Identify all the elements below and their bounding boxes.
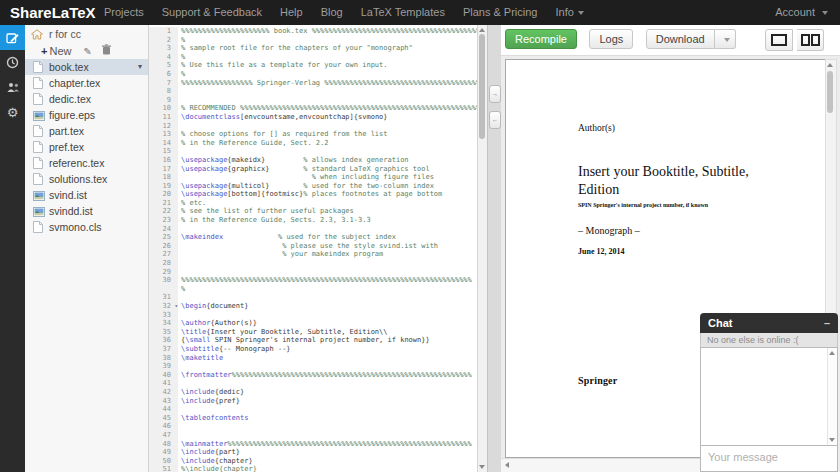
expand-right-button[interactable]: → <box>489 85 501 103</box>
nav-item-plans-pricing[interactable]: Plans & Pricing <box>454 0 547 25</box>
editor-scrollbar[interactable] <box>477 25 487 472</box>
download-button[interactable]: Download <box>646 29 715 49</box>
chat-header[interactable]: Chat – <box>700 313 838 333</box>
code-line[interactable]: 27 % your makeindex program <box>148 250 478 259</box>
code-line[interactable]: 7%%%%%%%%%%%%%%%%% Springer-Verlag %%%%%… <box>148 79 478 88</box>
code-line[interactable]: 44 <box>148 405 478 414</box>
scroll-up-arrow-icon[interactable] <box>827 63 833 67</box>
code-line[interactable]: 46 <box>148 422 478 431</box>
new-file-button[interactable]: +New <box>41 45 71 57</box>
code-line[interactable]: 10% RECOMMENDED %%%%%%%%%%%%%%%%%%%%%%%%… <box>148 104 478 113</box>
code-line[interactable]: 22% see the list of further useful packa… <box>148 207 478 216</box>
code-line[interactable]: 6% <box>148 70 478 79</box>
nav-item-latex-templates[interactable]: LaTeX Templates <box>352 0 454 25</box>
split-pane-view-button[interactable] <box>797 29 824 51</box>
code-line[interactable]: 35\title{Insert your Booktitle, Subtitle… <box>148 328 478 337</box>
code-line[interactable]: 36{\small SPIN Springer's internal proje… <box>148 336 478 345</box>
rail-edit-icon[interactable] <box>0 25 25 50</box>
chat-scrollbar[interactable] <box>827 348 837 445</box>
rail-collaborators-icon[interactable] <box>0 75 25 100</box>
code-line[interactable]: 1%%%%%%%%%%%%%%%%%%%%% book.tex %%%%%%%%… <box>148 27 478 36</box>
scroll-down-arrow-icon[interactable] <box>829 438 835 442</box>
code-line[interactable]: 4% <box>148 53 478 62</box>
rail-history-icon[interactable] <box>0 50 25 75</box>
editor-scrollbar-thumb[interactable] <box>479 34 485 139</box>
code-line[interactable]: 38\maketitle <box>148 354 478 363</box>
code-line[interactable]: 50\include{chapter} <box>148 457 478 466</box>
code-line[interactable]: 20\usepackage[bottom]{footmisc}% places … <box>148 190 478 199</box>
code-line[interactable]: 21% etc. <box>148 199 478 208</box>
download-dropdown-button[interactable] <box>715 29 736 49</box>
nav-item-blog[interactable]: Blog <box>312 0 352 25</box>
scroll-down-arrow-icon[interactable] <box>479 465 485 469</box>
scroll-up-arrow-icon[interactable] <box>829 351 835 355</box>
nav-item-support-feedback[interactable]: Support & Feedback <box>153 0 271 25</box>
file-item-pref-tex[interactable]: pref.tex <box>25 139 148 155</box>
code-line[interactable]: 32▾\begin{document} <box>148 302 478 311</box>
code-line[interactable]: 51%\include{chapter} <box>148 465 478 472</box>
recompile-button[interactable]: Recompile <box>505 29 577 49</box>
scroll-up-arrow-icon[interactable] <box>479 28 485 32</box>
code-line[interactable]: 49\include{part} <box>148 448 478 457</box>
nav-item-help[interactable]: Help <box>271 0 312 25</box>
file-item-svind-ist[interactable]: svind.ist <box>25 187 148 203</box>
code-line[interactable]: 30%%%%%%%%%%%%%%%%%%%%%%%%%%%%%%%%%%%%%%… <box>148 276 478 285</box>
code-line[interactable]: 8 <box>148 87 478 96</box>
code-line[interactable]: 41 <box>148 379 478 388</box>
rename-icon[interactable]: ✎ <box>83 46 91 57</box>
code-line[interactable]: 25\makeindex % used for the subject inde… <box>148 233 478 242</box>
code-line[interactable]: 48\mainmatter%%%%%%%%%%%%%%%%%%%%%%%%%%%… <box>148 440 478 449</box>
chat-minimize-icon[interactable]: – <box>824 313 830 333</box>
file-item-chapter-tex[interactable]: chapter.tex <box>25 75 148 91</box>
code-line[interactable]: 45\tableofcontents <box>148 414 478 423</box>
file-item-figure-eps[interactable]: figure.eps <box>25 107 148 123</box>
code-line[interactable]: 2% <box>148 36 478 45</box>
expand-left-button[interactable]: ← <box>489 111 501 129</box>
code-line[interactable]: % <box>148 285 478 294</box>
code-line[interactable]: 3% sample root file for the chapters of … <box>148 44 478 53</box>
code-line[interactable]: 18 % when including figure files <box>148 173 478 182</box>
code-line[interactable]: 12 <box>148 122 478 131</box>
code-line[interactable]: 26 % please use the style svind.ist with <box>148 242 478 251</box>
pdf-scrollbar-thumb[interactable] <box>827 71 833 113</box>
scroll-left-arrow-icon[interactable] <box>505 462 509 468</box>
code-line[interactable]: 17\usepackage{graphicx} % standard LaTeX… <box>148 165 478 174</box>
code-line[interactable]: 40\frontmatter%%%%%%%%%%%%%%%%%%%%%%%%%%… <box>148 371 478 380</box>
code-line[interactable]: 43\include{pref} <box>148 397 478 406</box>
file-item-referenc-tex[interactable]: referenc.tex <box>25 155 148 171</box>
code-line[interactable]: 34\author{Author(s)} <box>148 319 478 328</box>
single-pane-view-button[interactable] <box>765 29 793 51</box>
code-line[interactable]: 39 <box>148 362 478 371</box>
code-line[interactable]: 47 <box>148 431 478 440</box>
code-editor[interactable]: 1%%%%%%%%%%%%%%%%%%%%% book.tex %%%%%%%%… <box>148 25 487 472</box>
code-line[interactable]: 16\usepackage{makeidx} % allows index ge… <box>148 156 478 165</box>
nav-item-projects[interactable]: Projects <box>95 0 153 25</box>
code-line[interactable]: 14% in the Reference Guide, Sect. 2.2 <box>148 139 478 148</box>
code-line[interactable]: 23% in the Reference Guide, Sects. 2.3, … <box>148 216 478 225</box>
chat-message-input[interactable] <box>701 446 837 471</box>
code-line[interactable]: 15 <box>148 147 478 156</box>
file-item-part-tex[interactable]: part.tex <box>25 123 148 139</box>
account-menu[interactable]: Account <box>775 0 828 25</box>
code-line[interactable]: 19\usepackage{multicol} % used for the t… <box>148 182 478 191</box>
file-item-solutions-tex[interactable]: solutions.tex <box>25 171 148 187</box>
delete-icon[interactable] <box>102 45 111 57</box>
file-item-svmono-cls[interactable]: svmono.cls <box>25 219 148 235</box>
code-line[interactable]: 9 <box>148 96 478 105</box>
code-line[interactable]: 37\subtitle{-- Monograph --} <box>148 345 478 354</box>
code-line[interactable]: 31 <box>148 293 478 302</box>
brand-logo[interactable]: ShareLaTeX <box>10 0 96 25</box>
file-item-book-tex[interactable]: book.tex▾ <box>25 59 148 75</box>
chevron-down-icon[interactable]: ▾ <box>138 59 142 75</box>
file-item-svindd-ist[interactable]: svindd.ist <box>25 203 148 219</box>
code-line[interactable]: 42\include{dedic} <box>148 388 478 397</box>
file-item-dedic-tex[interactable]: dedic.tex <box>25 91 148 107</box>
fold-arrow-icon[interactable]: ▾ <box>174 302 178 311</box>
rail-settings-icon[interactable]: ⚙ <box>0 100 25 125</box>
logs-button[interactable]: Logs <box>589 29 633 49</box>
code-line[interactable]: 24 <box>148 225 478 234</box>
code-line[interactable]: 28 <box>148 259 478 268</box>
code-line[interactable]: 13% choose options for [] as required fr… <box>148 130 478 139</box>
code-line[interactable]: 33 <box>148 311 478 320</box>
nav-item-info[interactable]: Info <box>546 0 592 25</box>
